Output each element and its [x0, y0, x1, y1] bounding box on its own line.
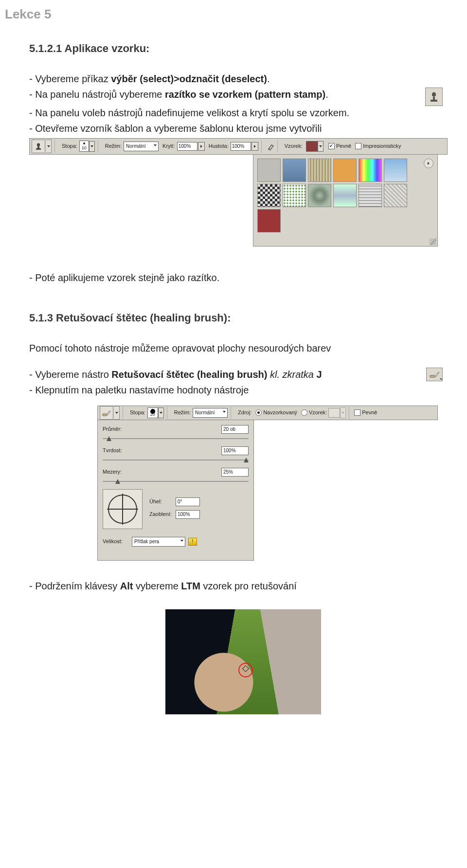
angle-field[interactable]: 0° [176, 497, 200, 506]
flow-flyout[interactable] [251, 142, 258, 151]
mode-combo[interactable]: Normální [193, 408, 228, 418]
pattern-cell[interactable] [308, 184, 331, 207]
checkbox-icon [354, 409, 360, 416]
brush-dropdown[interactable] [158, 407, 164, 418]
pattern-dropdown[interactable] [318, 141, 323, 152]
txt: vybereme [133, 581, 181, 591]
brush-shape-preview[interactable] [103, 489, 143, 529]
pattern-cell[interactable] [359, 184, 382, 207]
val: Normální [195, 409, 215, 416]
sample-target-icon [238, 663, 253, 677]
pattern-cell[interactable] [283, 159, 306, 182]
brush-settings-popup: Průměr: 20 ob Tvrdost: 100% Mezery: 25% [97, 420, 254, 561]
source-sampled-radio[interactable]: Navzorkovaný [255, 409, 297, 416]
txt: - Podržením klávesy [29, 581, 120, 591]
bold: výběr (select)>odznačit (deselect) [111, 73, 267, 84]
s1-line-4: - Otevřeme vzorník šablon a vybereme šab… [29, 122, 443, 135]
tool-button[interactable] [32, 140, 45, 153]
pattern-stamp-tool-icon [425, 88, 443, 106]
aligned-checkbox[interactable]: Pevně [328, 142, 351, 150]
final-line: - Podržením klávesy Alt vybereme LTM vzo… [29, 579, 443, 593]
size-combo[interactable]: Přítlak pera [132, 537, 185, 547]
brush-dropdown[interactable] [89, 141, 95, 152]
tool-dropdown[interactable] [114, 406, 120, 420]
spacing-label: Mezery: [103, 468, 132, 476]
diameter-field[interactable]: 20 ob [221, 425, 249, 434]
pattern-cell[interactable] [384, 184, 407, 207]
warning-icon: ! [188, 538, 197, 546]
bold: Retušovací štětec (healing brush) [111, 369, 267, 380]
val: Normální [126, 143, 146, 150]
hardness-field[interactable]: 100% [221, 446, 249, 455]
txt: - Vybereme nástro [29, 369, 111, 380]
brush-swatch[interactable]: 20 [147, 407, 158, 418]
s1-line-3: - Na panelu voleb nástrojů nadefinujeme … [29, 106, 443, 120]
flow-label: Hustota: [209, 142, 229, 150]
svg-rect-2 [103, 414, 107, 416]
s2-intro: Pomocí tohoto nástroje můžeme opravovat … [29, 341, 443, 355]
flow-field[interactable]: 100% [231, 142, 251, 151]
bold: razítko se vzorkem (pattern stamp) [165, 89, 325, 100]
source-label: Zdroj: [238, 409, 251, 416]
pattern-cell[interactable] [384, 159, 407, 182]
italic: kl. zkratka [267, 369, 316, 380]
pattern-label: Vzorek: [285, 142, 303, 150]
opacity-field[interactable]: 100% [177, 142, 198, 151]
opacity-label: Krytí: [162, 142, 175, 150]
hardness-slider[interactable] [103, 457, 249, 464]
brush-label: Stopa: [130, 409, 145, 416]
pattern-cell[interactable] [333, 159, 357, 182]
mode-label: Režim: [105, 142, 122, 150]
source-pattern-radio[interactable]: Vzorek: [301, 409, 327, 416]
txt: . [267, 73, 270, 84]
pattern-swatch[interactable] [306, 141, 318, 152]
bold: Alt [120, 581, 133, 591]
val: Přítlak pera [134, 538, 159, 545]
hardness-label: Tvrdost: [103, 447, 132, 454]
options-bar-healing-brush: Stopa: 20 Režim: Normální Zdroj: Navzork… [97, 406, 438, 420]
example-photo-handshake [165, 609, 321, 714]
checkbox-icon [355, 143, 361, 149]
aligned-checkbox[interactable]: Pevně [354, 409, 377, 416]
airbrush-icon[interactable] [268, 142, 274, 150]
diameter-label: Průměr: [103, 425, 132, 433]
label: Navzorkovaný [263, 409, 297, 416]
impressionist-checkbox[interactable]: Impresionisticky [355, 142, 401, 150]
tool-button[interactable] [100, 406, 113, 420]
txt: - Vybereme příkaz [29, 73, 111, 84]
brush-swatch[interactable]: 10 [79, 141, 89, 152]
opacity-flyout[interactable] [198, 142, 205, 151]
pattern-picker-panel [253, 154, 438, 247]
val: 10 [82, 145, 87, 151]
aligned-label: Pevně [362, 409, 377, 416]
resize-grip-icon[interactable] [430, 238, 436, 245]
mode-label: Režim: [174, 409, 191, 416]
pattern-cell[interactable] [283, 184, 306, 207]
tool-dropdown[interactable] [46, 140, 52, 153]
pattern-cell[interactable] [359, 159, 382, 182]
s1-line-1: - Vybereme příkaz výběr (select)>odznači… [29, 72, 443, 86]
spacing-slider[interactable] [103, 478, 249, 485]
txt: . [325, 89, 328, 100]
pattern-cell[interactable] [257, 159, 281, 182]
pattern-dropdown-disabled [340, 407, 346, 418]
pattern-cell[interactable] [257, 184, 281, 207]
brush-label: Stopa: [62, 142, 77, 150]
val: 100% [232, 143, 245, 150]
roundness-field[interactable]: 100% [176, 510, 200, 519]
mode-combo[interactable]: Normální [124, 142, 159, 151]
s1-line-2: - Na panelu nástrojů vybereme razítko se… [29, 88, 422, 101]
pattern-cell[interactable] [257, 209, 281, 232]
aligned-label: Pevně [336, 142, 351, 150]
pattern-cell[interactable] [308, 159, 331, 182]
val: 100% [179, 143, 191, 150]
checkbox-icon [328, 143, 335, 149]
after-panel-text: - Poté aplikujeme vzorek stejně jako raz… [29, 271, 443, 284]
lesson-header: Lekce 5 [0, 0, 467, 22]
diameter-slider[interactable] [103, 436, 249, 443]
svg-rect-1 [430, 375, 435, 377]
spacing-field[interactable]: 25% [221, 468, 249, 477]
pattern-cell[interactable] [333, 184, 357, 207]
panel-menu-button[interactable] [424, 159, 433, 168]
crosshair-icon [108, 495, 137, 524]
